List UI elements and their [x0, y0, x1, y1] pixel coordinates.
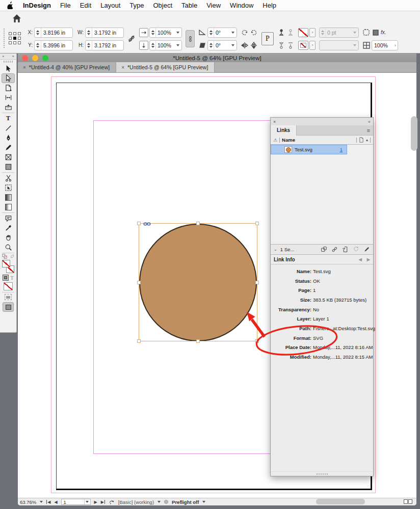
rotate-view-icon[interactable]: [109, 499, 115, 505]
panel-resize-grip[interactable]: [271, 471, 373, 476]
gradient-feather-tool[interactable]: [2, 202, 15, 212]
home-icon[interactable]: [12, 14, 21, 23]
refpoint[interactable]: [9, 37, 12, 40]
previous-page-button[interactable]: ◀: [54, 500, 57, 504]
previous-link-icon[interactable]: ◀: [359, 257, 362, 262]
normal-view-mode-icon[interactable]: [5, 294, 12, 300]
refpoint[interactable]: [18, 41, 21, 44]
handle-top-middle[interactable]: [196, 222, 200, 225]
zoom-tool[interactable]: [2, 243, 15, 252]
scissors-tool[interactable]: [2, 173, 15, 183]
apple-icon[interactable]: [7, 2, 14, 9]
warning-column-icon[interactable]: ⚠: [273, 138, 277, 143]
scale-x-field[interactable]: 100%: [149, 28, 182, 38]
free-transform-tool[interactable]: [2, 183, 15, 193]
w-stepper[interactable]: [86, 28, 92, 37]
tools-close-icon[interactable]: ×: [2, 54, 5, 59]
name-column-header[interactable]: Name: [282, 137, 295, 143]
handle-middle-left[interactable]: [137, 281, 141, 284]
h-stepper[interactable]: [86, 41, 92, 50]
menu-item-file[interactable]: File: [60, 2, 71, 9]
select-next-icon[interactable]: [286, 41, 295, 49]
flip-vertical-icon[interactable]: [139, 41, 148, 50]
flip-v-button-icon[interactable]: [250, 41, 258, 49]
update-link-icon[interactable]: [353, 246, 359, 252]
note-tool[interactable]: [2, 213, 15, 223]
pen-tool[interactable]: [2, 133, 15, 143]
swap-fill-stroke-icon[interactable]: [10, 254, 15, 259]
menu-item-layout[interactable]: Layout: [100, 2, 120, 9]
links-tab[interactable]: Links: [271, 125, 297, 136]
handle-bottom-middle[interactable]: [196, 339, 200, 343]
summary-caret-icon[interactable]: ⌄: [274, 247, 277, 252]
width-field[interactable]: 3.1792 in: [85, 28, 124, 38]
window-title-bar[interactable]: *Untitled-5 @ 64% [GPU Preview]: [18, 53, 416, 62]
rotate-cw-icon[interactable]: [241, 29, 249, 37]
rotation-dropdown[interactable]: [231, 32, 234, 34]
page-column-icon[interactable]: [359, 137, 364, 143]
opacity-more[interactable]: ›: [395, 43, 396, 48]
x-position-field[interactable]: 3.8196 in: [34, 28, 73, 38]
tools-drag-handle[interactable]: [4, 61, 13, 63]
fill-color-swatch[interactable]: [298, 41, 308, 50]
link-row-test-svg[interactable]: Test.svg 1: [271, 145, 373, 154]
menu-item-table[interactable]: Table: [181, 2, 197, 9]
select-container-icon[interactable]: [277, 41, 285, 49]
horizontal-scrollbar[interactable]: [316, 499, 365, 504]
reference-point-grid[interactable]: [9, 32, 22, 45]
panel-drag-handle[interactable]: [3, 29, 5, 49]
menu-item-edit[interactable]: Edit: [80, 2, 91, 9]
go-to-link-icon[interactable]: [342, 246, 349, 253]
refpoint[interactable]: [18, 37, 21, 40]
hand-tool[interactable]: [2, 233, 15, 243]
height-field[interactable]: 3.1792 in: [85, 40, 124, 50]
next-page-button[interactable]: ▶: [94, 500, 97, 504]
refpoint[interactable]: [9, 32, 12, 35]
formatting-container-icon[interactable]: [3, 275, 9, 281]
scale-y-field[interactable]: 100%: [149, 40, 182, 50]
x-stepper[interactable]: [35, 28, 41, 37]
handle-bottom-right[interactable]: [255, 339, 259, 343]
scale-x-dropdown[interactable]: [176, 32, 179, 34]
stroke-style-dropdown[interactable]: [353, 44, 356, 46]
formatting-text-icon[interactable]: T: [10, 275, 13, 281]
first-page-button[interactable]: ◀: [46, 500, 50, 504]
flip-h-button-icon[interactable]: [241, 41, 249, 49]
preflight-preset[interactable]: [Basic] (working): [118, 499, 154, 505]
sort-direction-icon[interactable]: ▴: [366, 138, 368, 142]
handle-top-left[interactable]: [137, 222, 141, 225]
panel-menu-icon[interactable]: ≡: [367, 127, 370, 133]
fill-swatch[interactable]: [2, 260, 10, 267]
y-stepper[interactable]: [35, 41, 41, 50]
content-collector-tool[interactable]: [2, 102, 15, 112]
effects-fx-button[interactable]: fx.: [381, 30, 386, 35]
tab-close-icon[interactable]: ×: [23, 65, 26, 70]
preflight-dropdown-icon[interactable]: [202, 501, 205, 503]
shear-dropdown[interactable]: [231, 44, 234, 46]
panel-collapse-icon[interactable]: «: [368, 119, 371, 124]
refpoint-center[interactable]: [13, 37, 16, 40]
relink-from-cc-icon[interactable]: [321, 246, 327, 253]
handle-middle-right[interactable]: [255, 281, 259, 284]
refpoint[interactable]: [9, 41, 12, 44]
opacity-field[interactable]: 100% ›: [372, 40, 398, 50]
handle-bottom-left[interactable]: [137, 339, 141, 343]
link-name[interactable]: Test.svg: [295, 147, 312, 152]
menu-item-window[interactable]: Window: [230, 2, 253, 9]
frame-tool[interactable]: [2, 152, 15, 162]
default-fill-stroke-icon[interactable]: [2, 254, 7, 259]
direct-selection-tool[interactable]: [2, 73, 15, 83]
tab-close-icon[interactable]: ×: [121, 65, 124, 70]
stroke-weight-field[interactable]: 0 pt: [319, 28, 359, 38]
linked-content-badge-icon[interactable]: [143, 222, 151, 226]
spread-view-icon[interactable]: [404, 499, 412, 504]
relink-icon[interactable]: [331, 246, 338, 253]
tab-untitled-4[interactable]: × *Untitled-4 @ 40% [GPU Preview]: [18, 62, 116, 72]
flip-horizontal-icon[interactable]: [139, 28, 148, 37]
link-page-number[interactable]: 1: [340, 147, 343, 152]
selection-frame[interactable]: [139, 223, 257, 341]
menu-item-help[interactable]: Help: [262, 2, 276, 9]
menu-item-type[interactable]: Type: [129, 2, 144, 9]
tab-untitled-5[interactable]: × *Untitled-5 @ 64% [GPU Preview]: [116, 62, 215, 72]
rectangle-tool[interactable]: [2, 162, 15, 172]
